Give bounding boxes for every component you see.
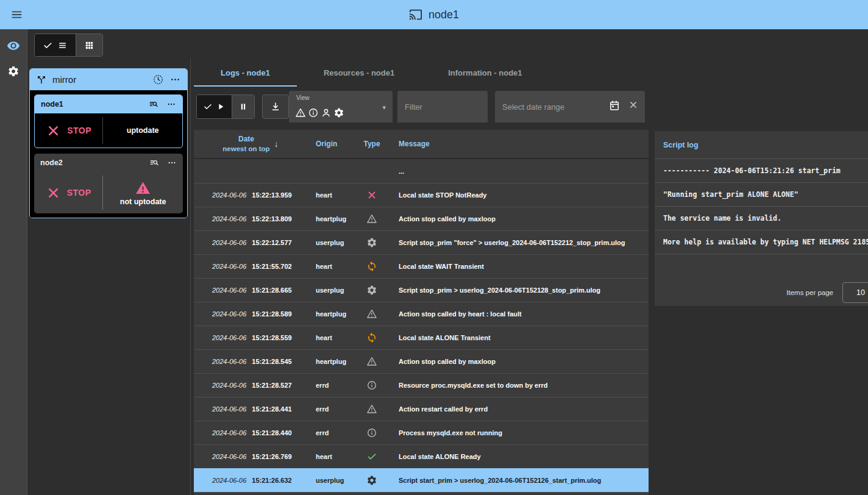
node-card-node2[interactable]: node2STOPnot uptodate <box>34 154 183 213</box>
follow-toggle-group <box>196 94 255 119</box>
log-row[interactable]: ... <box>194 159 649 183</box>
log-date: 2024-06-0615:21:26.769 <box>194 453 299 460</box>
grid-view-toggle-button[interactable] <box>76 34 102 56</box>
filter-input[interactable] <box>397 91 488 123</box>
log-type <box>356 356 394 367</box>
log-origin: heartplug <box>299 358 356 365</box>
log-type <box>356 404 394 415</box>
log-date: 2024-06-0615:21:28.665 <box>194 287 299 294</box>
hamburger-menu-button[interactable] <box>6 5 27 24</box>
check-icon <box>366 451 377 462</box>
log-origin: errd <box>299 382 356 389</box>
log-message: Action stop called by maxloop <box>394 358 649 365</box>
info-icon <box>308 107 319 118</box>
visibility-rail-button[interactable] <box>5 38 22 54</box>
log-date: 2024-06-0615:21:28.441 <box>194 405 299 413</box>
module-name: mirror <box>52 74 76 85</box>
log-origin: heart <box>299 263 356 270</box>
column-date-sort[interactable]: Date newest on top ↓ <box>194 134 299 154</box>
log-origin: heart <box>299 334 356 341</box>
log-origin: userplug <box>299 239 356 246</box>
script-log-panel: Script log ----------- 2024-06-06T15:21:… <box>655 131 868 306</box>
follow-play-button[interactable] <box>197 95 232 118</box>
node-card-node1[interactable]: node1STOPuptodate <box>34 94 183 148</box>
log-message: Script start_prim > userlog_2024-06-06T1… <box>394 477 649 484</box>
log-row[interactable]: 2024-06-0615:21:28.440errdProcess mysqld… <box>194 421 649 444</box>
tab-information[interactable]: Information - node1 <box>421 59 549 87</box>
script-log-lines: ----------- 2024-06-06T15:21:26 start_pr… <box>655 159 868 254</box>
settings-icon <box>7 65 20 77</box>
log-row[interactable]: 2024-06-0615:22:12.577userplugScript sto… <box>194 230 649 254</box>
log-origin: errd <box>299 429 356 436</box>
log-row[interactable]: 2024-06-0615:21:28.559heartLocal state A… <box>194 326 649 349</box>
log-message: Local state WAIT Transient <box>394 263 649 270</box>
log-table-header: Date newest on top ↓ Origin Type Message <box>194 130 649 159</box>
manage-search-icon[interactable] <box>149 99 158 109</box>
node-card-header: node2 <box>34 154 183 172</box>
log-message: Script stop_prim "force" > userlog_2024-… <box>394 239 649 246</box>
log-row[interactable] <box>194 492 649 495</box>
tab-logs[interactable]: Logs - node1 <box>194 59 297 87</box>
call-split-icon <box>36 74 47 85</box>
log-row[interactable]: 2024-06-0615:21:55.702heartLocal state W… <box>194 254 649 278</box>
check-icon <box>43 40 53 51</box>
script-log-paginator: Items per page 10 <box>786 282 868 303</box>
log-origin: heart <box>299 453 356 460</box>
pause-icon <box>238 102 248 112</box>
view-selected-icons <box>295 107 344 118</box>
items-per-page-select[interactable]: 10 <box>842 282 868 303</box>
more-icon[interactable] <box>167 158 177 168</box>
layout-toolbar <box>28 29 868 59</box>
more-icon[interactable] <box>169 74 181 85</box>
log-type <box>356 332 394 343</box>
log-row[interactable]: 2024-06-0615:22:13.809heartplugAction st… <box>194 207 649 230</box>
log-row[interactable]: 2024-06-0615:21:28.665userplugScript sto… <box>194 278 649 302</box>
node-status-label: uptodate <box>127 126 159 135</box>
column-message-label: Message <box>394 140 649 148</box>
log-date: 2024-06-0615:22:13.959 <box>194 191 299 199</box>
pause-button[interactable] <box>232 95 254 118</box>
log-row[interactable]: 2024-06-0615:21:26.632userplugScript sta… <box>194 468 649 492</box>
log-type <box>356 261 394 272</box>
download-icon <box>270 101 281 112</box>
column-date-sublabel: newest on top <box>222 144 269 154</box>
warning-icon <box>366 404 377 415</box>
log-message: Local state ALONE Ready <box>394 453 649 460</box>
tab-resources[interactable]: Resources - node1 <box>297 59 421 87</box>
gear-icon <box>366 237 377 248</box>
pending-clock-icon[interactable] <box>152 74 164 85</box>
person-icon <box>321 107 332 118</box>
node-name: node2 <box>40 158 63 167</box>
node-state: STOP <box>35 123 102 138</box>
log-message: Local state ALONE Transient <box>394 334 649 341</box>
check-icon <box>203 102 213 112</box>
more-icon[interactable] <box>166 99 176 109</box>
log-row[interactable]: 2024-06-0615:21:28.545heartplugAction st… <box>194 349 649 373</box>
log-row[interactable]: 2024-06-0615:21:28.589heartplugAction st… <box>194 302 649 326</box>
log-row[interactable]: 2024-06-0615:21:28.441errdAction restart… <box>194 397 649 421</box>
main-panel: Logs - node1Resources - node1Information… <box>194 59 649 495</box>
log-date: 2024-06-0615:21:26.632 <box>194 477 299 484</box>
log-type <box>356 190 394 201</box>
info-icon <box>366 427 377 438</box>
calendar-icon[interactable] <box>608 99 621 112</box>
log-row[interactable]: 2024-06-0615:22:13.959heartLocal state S… <box>194 183 649 207</box>
module-header: mirror <box>30 69 187 90</box>
date-range-input[interactable] <box>495 91 645 123</box>
download-button[interactable] <box>262 94 289 119</box>
sort-desc-icon: ↓ <box>274 139 279 149</box>
view-select-label: View <box>296 94 310 101</box>
log-row[interactable]: 2024-06-0615:21:28.527errdResource proc.… <box>194 373 649 397</box>
log-message: Resource proc.mysqld.exe set to down by … <box>394 382 649 389</box>
manage-search-icon[interactable] <box>149 158 159 168</box>
log-date: 2024-06-0615:21:28.559 <box>194 334 299 341</box>
list-view-toggle-button[interactable] <box>35 34 76 56</box>
warning-icon <box>135 180 151 196</box>
log-origin: heartplug <box>299 215 356 223</box>
settings-rail-button[interactable] <box>5 63 22 79</box>
log-origin: userplug <box>299 287 356 294</box>
view-select[interactable]: View ▾ <box>289 91 393 123</box>
log-row[interactable]: 2024-06-0615:21:26.769heartLocal state A… <box>194 444 649 468</box>
info-icon <box>366 380 377 391</box>
clear-date-icon[interactable] <box>628 99 639 110</box>
